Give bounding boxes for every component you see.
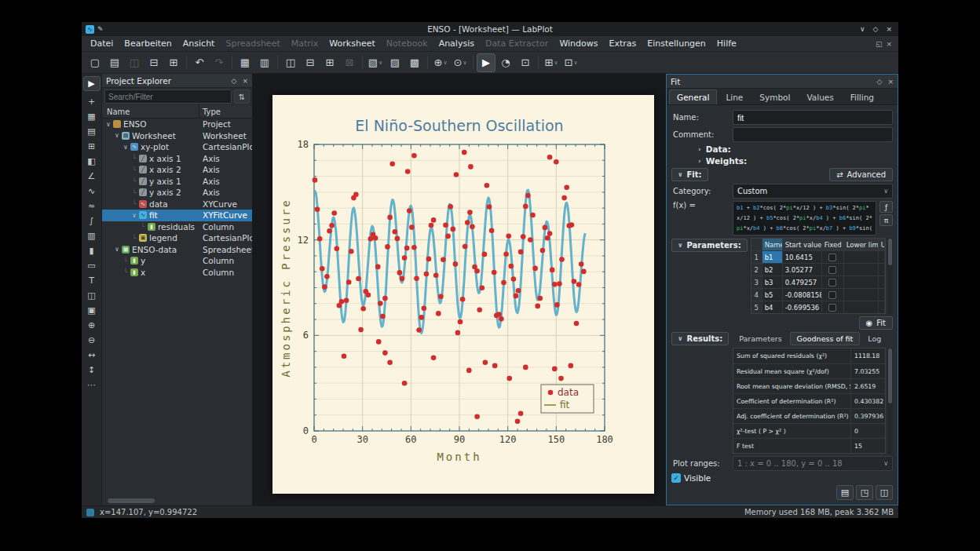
param-name-cell[interactable]: b1 [762,250,783,263]
zoom-out-button[interactable]: ⊖ [83,333,101,348]
scroll-horizontal-button[interactable]: ↔ [83,348,101,363]
add-histogram-button[interactable]: ▥ [83,228,101,243]
data-section-toggle[interactable]: › Data: [671,144,893,154]
float-panel-icon[interactable]: ◇ [232,77,237,85]
column-header-type[interactable]: Type [199,105,252,118]
param-lower-limit-cell[interactable] [844,288,879,301]
param-name-cell[interactable]: b2 [762,263,783,276]
tree-row-residuals[interactable]: └▮residualsColumn [102,221,252,233]
collapse-icon[interactable]: ∨ [130,212,138,219]
x-axis-label[interactable]: Month [437,451,481,463]
formula-field[interactable]: b1 + b2*cos( 2*pi*x/12 ) + b3*sin( 2*pi*… [733,201,876,235]
fixed-checkbox[interactable] [828,304,836,312]
menu-datei[interactable]: Datei [85,37,119,50]
export-button[interactable]: ◫ [876,485,893,500]
param-lower-limit-cell[interactable] [844,250,879,263]
y-axis-label[interactable]: Atmospheric Pressure [280,198,292,378]
param-start-value-cell[interactable]: -0.0808158 [783,288,822,301]
search-input[interactable] [104,89,232,104]
tree-row-y[interactable]: └▮yColumn [102,255,252,267]
maximize-icon[interactable]: ◇ [873,25,879,33]
name-field[interactable] [733,110,893,125]
tree-row-y-axis-2[interactable]: └╱y axis 2Axis [102,187,252,199]
tree-row-xy-plot[interactable]: ∨∿xy-plotCartesianPlot [102,141,252,153]
worksheet-view[interactable]: 0306090120150180061218El Niño-Southern O… [253,74,666,505]
param-fixed-cell[interactable] [822,250,844,263]
add-axis-button[interactable]: ∠ [83,169,101,184]
column-header-name[interactable]: Name [102,105,199,118]
new-project-button[interactable]: ▢ [86,53,104,72]
add-matrix-button[interactable]: ⊞ [83,139,101,154]
add-bar-plot-button[interactable]: ▮ [83,243,101,258]
param-upper-limit-cell[interactable] [879,263,885,276]
add-box-plot-button[interactable]: ▭ [83,258,101,273]
tree-row-enso[interactable]: ∨ENSOProject [102,119,252,130]
param-start-value-cell[interactable]: -0.699536 [783,301,822,313]
fixed-checkbox[interactable] [828,279,836,286]
param-name-cell[interactable]: b4 [762,301,783,313]
param-upper-limit-cell[interactable] [879,250,885,263]
magnification-button[interactable]: ⊙∨ [451,53,470,72]
tree-column-headers[interactable]: Name Type [102,105,252,119]
child-restore-button[interactable]: ◱ [876,40,883,48]
print-preview-button[interactable]: ⊞ [164,53,183,72]
add-fit-curve-button[interactable]: ∫ [83,213,101,228]
zoom-select-tool-button[interactable]: ⊡ [516,53,535,72]
param-lower-limit-cell[interactable] [844,276,879,288]
filter-options-button[interactable]: ⇅ [234,89,250,104]
new-spreadsheet-button[interactable]: ▥ [255,53,274,72]
undo-button[interactable]: ↶ [190,53,209,72]
param-lower-limit-cell[interactable] [844,301,879,313]
fit-section-toggle[interactable]: ∨ Fit: [671,168,708,181]
worksheet-page[interactable]: 0306090120150180061218El Niño-Southern O… [272,95,654,494]
mouse-mode-button[interactable]: ▶ [83,76,101,91]
close-panel-icon[interactable]: × [887,78,894,86]
layout-grid-button[interactable]: ⊞ [320,53,339,72]
add-text-label-button[interactable]: T [83,273,101,288]
select-tool-button[interactable]: ▶ [477,53,495,72]
add-text-button[interactable]: ▨ [386,53,404,72]
results-tab-parameters[interactable]: Parameters [732,332,788,345]
float-panel-icon[interactable]: ◇ [877,78,883,86]
menu-bearbeiten[interactable]: Bearbeiten [119,37,177,50]
layout-vertical-button[interactable]: ◫ [281,53,300,72]
param-fixed-cell[interactable] [822,276,844,288]
layout-horizontal-button[interactable]: ⊟ [301,53,320,72]
fixed-checkbox[interactable] [828,254,836,261]
zoom-in-button[interactable]: ⊕ [83,318,101,333]
navigate-tool-button[interactable]: ◔ [496,53,515,72]
collapse-icon[interactable]: ∨ [113,246,121,253]
param-fixed-cell[interactable] [822,263,844,276]
child-close-button[interactable]: × [886,40,892,48]
param-name-cell[interactable]: b3 [762,276,783,288]
param-fixed-cell[interactable] [822,288,844,301]
tab-filling[interactable]: Filling [843,89,882,104]
load-template-button[interactable]: ▤ [836,485,854,500]
param-start-value-cell[interactable]: 10.6415 [783,250,822,263]
add-equation-curve-button[interactable]: ≈ [83,199,101,213]
zoom-button[interactable]: ⊕∨ [431,53,450,72]
tree-row-y-axis-1[interactable]: └╱y axis 1Axis [102,176,252,188]
add-worksheet-button[interactable]: ▦ [83,109,101,124]
collapse-icon[interactable]: ∨ [104,121,112,128]
param-header-lower-limit[interactable]: Lower limit [844,239,879,250]
add-plot-button[interactable]: ◧ [83,154,101,169]
save-template-button[interactable]: ◳ [856,485,873,500]
param-upper-limit-cell[interactable] [879,301,885,313]
tree-row-legend[interactable]: └▣legendCartesianPlotLegend [102,232,252,244]
functions-button[interactable]: ƒ [879,201,893,213]
crosshair-tool-button[interactable]: + [83,94,101,109]
plot-legend[interactable]: datafit [541,385,594,413]
run-fit-button[interactable]: ◉ Fit [859,316,893,330]
tab-symbol[interactable]: Symbol [751,89,798,104]
tab-line[interactable]: Line [718,89,751,104]
results-section-toggle[interactable]: ∨ Results: [671,332,729,345]
param-header-fixed[interactable]: Fixed [822,239,844,250]
add-image-button[interactable]: ▩ [405,53,424,72]
category-select[interactable]: Custom ∨ [733,184,893,199]
cartesian-plot-mode-button[interactable]: ⊡∨ [561,53,580,72]
results-scrollbar[interactable] [887,348,893,454]
param-fixed-cell[interactable] [822,301,844,313]
tree-row-fit[interactable]: ∨∿fitXYFitCurve [102,210,252,221]
collapse-icon[interactable]: ∨ [122,144,130,151]
